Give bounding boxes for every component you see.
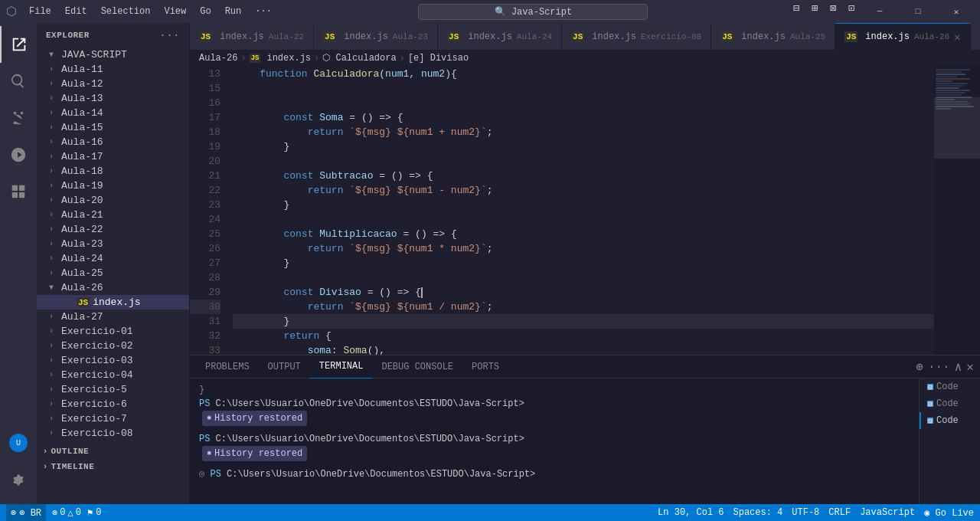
- activity-explorer[interactable]: [0, 26, 37, 63]
- folder-aula-13[interactable]: ›Aula-13: [37, 91, 189, 106]
- timeline-section[interactable]: › TIMELINE: [37, 459, 189, 474]
- breadcrumb-aula26[interactable]: Aula-26: [199, 53, 237, 64]
- menu-go[interactable]: Go: [194, 5, 217, 18]
- folder-aula-11[interactable]: ›Aula-11: [37, 62, 189, 77]
- folder-exercicio-02[interactable]: ›Exercicio-02: [37, 339, 189, 353]
- layout-btn-3[interactable]: ⊠: [825, 0, 841, 15]
- error-count: 0: [60, 507, 65, 518]
- activity-search[interactable]: [0, 63, 37, 100]
- folder-exercicio-04[interactable]: ›Exercicio-04: [37, 368, 189, 382]
- search-box[interactable]: 🔍 Java-Script: [418, 4, 648, 20]
- folder-aula-27[interactable]: ›Aula-27: [37, 310, 189, 324]
- tab-aula-23[interactable]: JS index.js Aula-23: [314, 23, 438, 50]
- status-language[interactable]: JavaScript: [860, 507, 915, 518]
- menu-edit[interactable]: Edit: [59, 5, 93, 18]
- code-line-15: [233, 96, 934, 110]
- panel-side-code-1[interactable]: ⊟ Code: [920, 378, 980, 395]
- status-errors[interactable]: ⊗ 0 △ 0: [52, 507, 81, 519]
- status-spaces[interactable]: Spaces: 4: [733, 507, 783, 518]
- menu-more[interactable]: ···: [249, 5, 278, 18]
- status-go-live[interactable]: ◉ Go Live: [924, 507, 974, 519]
- terminal-more-button[interactable]: ···: [928, 360, 950, 374]
- status-port[interactable]: ⚑ 0: [87, 507, 101, 519]
- panel-tab-problems[interactable]: PROBLEMS: [196, 356, 259, 378]
- folder-aula-21[interactable]: ›Aula-21: [37, 208, 189, 222]
- add-terminal-button[interactable]: ⊕: [916, 359, 923, 375]
- tab-close-button[interactable]: ✕: [954, 31, 960, 44]
- folder-aula-19[interactable]: ›Aula-19: [37, 179, 189, 193]
- outline-section[interactable]: › OUTLINE: [37, 444, 189, 459]
- menu-view[interactable]: View: [158, 5, 192, 18]
- status-git[interactable]: ⊗ ⊗ BR: [6, 504, 46, 521]
- breadcrumb-calculadora[interactable]: ⬡ Calculadora: [322, 52, 396, 64]
- terminal-content[interactable]: } PS C:\Users\Usuario\OneDrive\Documento…: [190, 378, 919, 504]
- menu-file[interactable]: File: [23, 5, 57, 18]
- folder-aula-23[interactable]: ›Aula-23: [37, 237, 189, 251]
- code-editor[interactable]: function Calculadora(num1, num2){ const …: [227, 67, 934, 355]
- layout-btn-4[interactable]: ⊡: [844, 0, 859, 15]
- panel-tab-debug[interactable]: DEBUG CONSOLE: [372, 356, 462, 378]
- activity-run[interactable]: [0, 136, 37, 173]
- terminal-line-1: }: [199, 383, 910, 397]
- folder-aula-26[interactable]: ▼Aula-26: [37, 280, 189, 295]
- panel-close-button[interactable]: ✕: [966, 359, 974, 375]
- activity-extensions[interactable]: [0, 173, 37, 210]
- language-text: JavaScript: [860, 507, 915, 518]
- tab-aula-26[interactable]: JS index.js Aula-26 ✕: [835, 23, 970, 50]
- panel-tab-output[interactable]: OUTPUT: [259, 356, 310, 378]
- maximize-button[interactable]: □: [900, 0, 936, 23]
- git-branch: ⊗ BR: [19, 507, 41, 519]
- breadcrumb-divisao[interactable]: [e] Divisao: [408, 53, 469, 64]
- root-folder[interactable]: ▼ JAVA-SCRIPT: [37, 48, 189, 62]
- minimize-button[interactable]: ─: [862, 0, 897, 23]
- status-eol[interactable]: CRLF: [828, 507, 851, 518]
- panel-side-code-3[interactable]: ⊟ Code: [920, 412, 980, 429]
- panel-side-code-2[interactable]: ⊟ Code: [920, 395, 980, 412]
- layout-btn-1[interactable]: ⊟: [789, 0, 804, 15]
- folder-aula-17[interactable]: ›Aula-17: [37, 149, 189, 164]
- menu-selection[interactable]: Selection: [95, 5, 157, 18]
- terminal-line-3: History restored: [199, 411, 910, 426]
- breadcrumb-indexjs[interactable]: JS index.js: [250, 53, 311, 64]
- tab-aula-25[interactable]: JS index.js Aula-25: [711, 23, 835, 50]
- panel-tab-terminal[interactable]: TERMINAL: [310, 356, 373, 378]
- file-index-js[interactable]: JSindex.js: [37, 295, 189, 310]
- folder-exercicio-6[interactable]: ›Exercicio-6: [37, 397, 189, 411]
- folder-aula-14[interactable]: ›Aula-14: [37, 106, 189, 120]
- encoding-text: UTF-8: [792, 507, 819, 518]
- tab-exercicio-08[interactable]: JS index.js Exercicio-08: [562, 23, 711, 50]
- panel-maximize-button[interactable]: ∧: [955, 359, 962, 375]
- folder-aula-24[interactable]: ›Aula-24: [37, 251, 189, 266]
- terminal-dot-3: ⊟: [927, 418, 933, 424]
- status-encoding[interactable]: UTF-8: [792, 507, 819, 518]
- activity-settings[interactable]: [0, 461, 37, 498]
- tab-js-icon: JS: [720, 31, 733, 42]
- panel-tab-ports[interactable]: PORTS: [462, 356, 508, 378]
- folder-aula-15[interactable]: ›Aula-15: [37, 120, 189, 135]
- folder-exercicio-5[interactable]: ›Exercicio-5: [37, 382, 189, 397]
- menu-run[interactable]: Run: [219, 5, 248, 18]
- tab-aula-27[interactable]: JS index.js Aula-27: [971, 23, 980, 50]
- tab-aula-24[interactable]: JS index.js Aula-24: [438, 23, 562, 50]
- folder-aula-25[interactable]: ›Aula-25: [37, 266, 189, 280]
- tab-aula-22[interactable]: JS index.js Aula-22: [190, 23, 314, 50]
- tab-js-icon: JS: [323, 31, 336, 42]
- folder-aula-22[interactable]: ›Aula-22: [37, 222, 189, 237]
- folder-aula-20[interactable]: ›Aula-20: [37, 193, 189, 208]
- folder-exercicio-03[interactable]: ›Exercicio-03: [37, 353, 189, 368]
- js-file-icon: JS: [77, 297, 90, 308]
- folder-exercicio-01[interactable]: ›Exercicio-01: [37, 324, 189, 339]
- code-line-17: return `${msg} ${num1 + num2}`;: [233, 125, 934, 139]
- layout-btn-2[interactable]: ⊞: [807, 0, 822, 15]
- editor: 13 15 16 17 18 19 20 21 22 23 24 25 26 2…: [190, 67, 980, 355]
- status-line-col[interactable]: Ln 30, Col 6: [658, 507, 724, 518]
- sidebar-more-button[interactable]: ···: [159, 29, 180, 41]
- folder-aula-12[interactable]: ›Aula-12: [37, 77, 189, 91]
- close-button[interactable]: ✕: [939, 0, 974, 23]
- folder-aula-18[interactable]: ›Aula-18: [37, 164, 189, 179]
- activity-account[interactable]: U: [0, 424, 37, 461]
- folder-exercicio-08[interactable]: ›Exercicio-08: [37, 426, 189, 441]
- activity-source-control[interactable]: [0, 100, 37, 136]
- folder-exercicio-7[interactable]: ›Exercicio-7: [37, 411, 189, 426]
- folder-aula-16[interactable]: ›Aula-16: [37, 135, 189, 149]
